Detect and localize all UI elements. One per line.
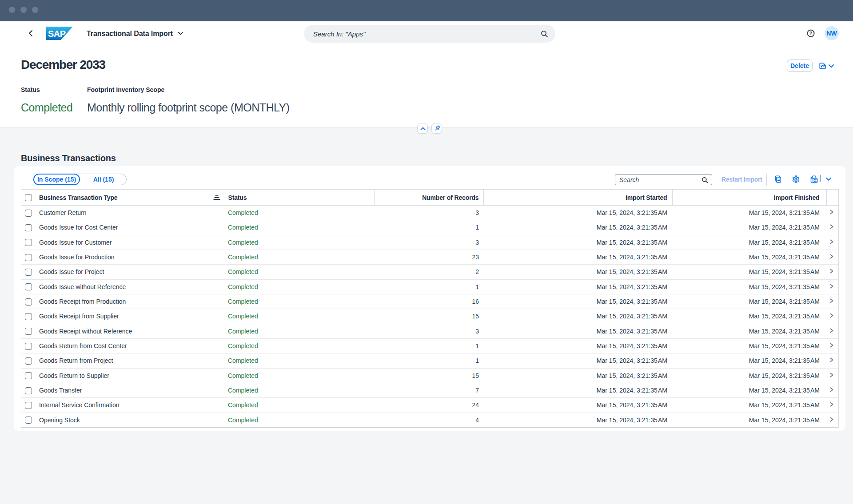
svg-text:SAP: SAP [48,29,66,39]
svg-text:?: ? [809,31,812,36]
